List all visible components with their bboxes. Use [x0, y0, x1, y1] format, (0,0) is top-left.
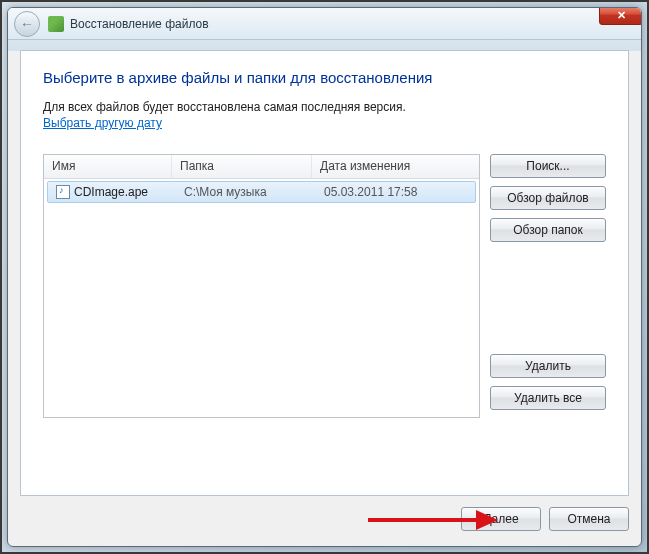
- footer: Далее Отмена: [20, 502, 629, 536]
- search-button[interactable]: Поиск...: [490, 154, 606, 178]
- column-name[interactable]: Имя: [44, 155, 172, 178]
- delete-button[interactable]: Удалить: [490, 354, 606, 378]
- arrow-left-icon: ←: [20, 16, 34, 32]
- browse-folders-button[interactable]: Обзор папок: [490, 218, 606, 242]
- cancel-button[interactable]: Отмена: [549, 507, 629, 531]
- page-subtext: Для всех файлов будет восстановлена сама…: [43, 100, 606, 114]
- content-panel: Выберите в архиве файлы и папки для восс…: [20, 50, 629, 496]
- choose-other-date-link[interactable]: Выбрать другую дату: [43, 116, 162, 130]
- body-row: Имя Папка Дата изменения CDImage.ape C:\…: [43, 154, 606, 418]
- page-heading: Выберите в архиве файлы и папки для восс…: [43, 69, 606, 86]
- cell-folder: C:\Моя музыка: [176, 183, 316, 201]
- list-header: Имя Папка Дата изменения: [44, 155, 479, 179]
- spacer: [490, 250, 606, 354]
- column-date[interactable]: Дата изменения: [312, 155, 479, 178]
- restore-icon: [48, 16, 64, 32]
- close-button[interactable]: ✕: [599, 7, 642, 25]
- browse-files-button[interactable]: Обзор файлов: [490, 186, 606, 210]
- file-list[interactable]: Имя Папка Дата изменения CDImage.ape C:\…: [43, 154, 480, 418]
- file-name-label: CDImage.ape: [74, 185, 148, 199]
- cell-date: 05.03.2011 17:58: [316, 183, 475, 201]
- back-button[interactable]: ←: [14, 11, 40, 37]
- close-icon: ✕: [617, 9, 626, 22]
- side-buttons: Поиск... Обзор файлов Обзор папок Удалит…: [490, 154, 606, 418]
- titlebar: ← Восстановление файлов: [8, 8, 641, 40]
- cell-name: CDImage.ape: [48, 183, 176, 202]
- window-frame: ✕ ← Восстановление файлов Выберите в арх…: [0, 0, 649, 554]
- table-row[interactable]: CDImage.ape C:\Моя музыка 05.03.2011 17:…: [47, 181, 476, 203]
- window-border: ✕ ← Восстановление файлов Выберите в арх…: [7, 7, 642, 547]
- delete-all-button[interactable]: Удалить все: [490, 386, 606, 410]
- window-title: Восстановление файлов: [70, 17, 209, 31]
- next-button[interactable]: Далее: [461, 507, 541, 531]
- column-folder[interactable]: Папка: [172, 155, 312, 178]
- audio-file-icon: [56, 185, 70, 199]
